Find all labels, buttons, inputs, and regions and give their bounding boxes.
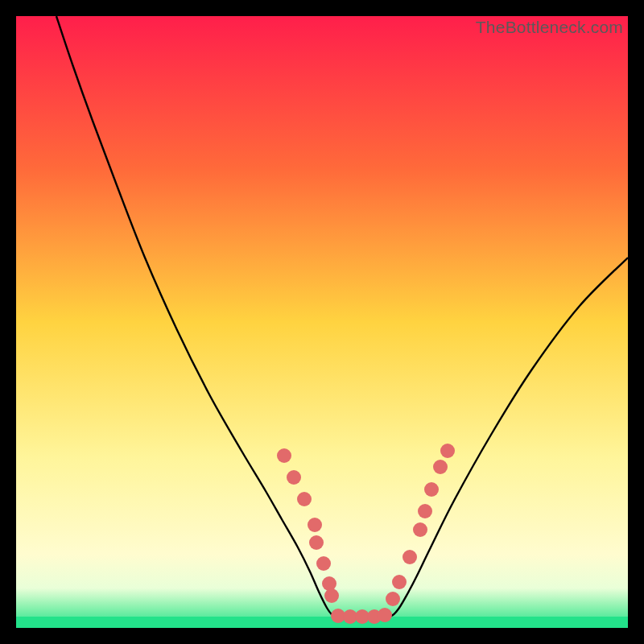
data-dot (413, 522, 427, 537)
bottom-green-band (16, 617, 628, 628)
data-dot (297, 492, 312, 506)
data-dot (378, 608, 392, 622)
data-dot (424, 482, 439, 497)
chart-frame: TheBottleneck.com (16, 16, 628, 628)
data-dot (324, 588, 339, 603)
data-dot (433, 460, 448, 474)
data-dot (287, 470, 301, 485)
data-dot (418, 504, 432, 518)
data-dot (402, 550, 417, 564)
data-dot (309, 535, 324, 550)
data-dot (322, 576, 336, 591)
bottleneck-curve-chart (16, 16, 628, 628)
data-dot (440, 444, 455, 458)
data-dot (386, 592, 400, 606)
watermark-text: TheBottleneck.com (476, 18, 623, 37)
data-dot (392, 575, 407, 589)
data-dot (316, 556, 331, 571)
data-dot (308, 518, 322, 532)
gradient-background (16, 16, 628, 628)
data-dot (277, 448, 291, 463)
